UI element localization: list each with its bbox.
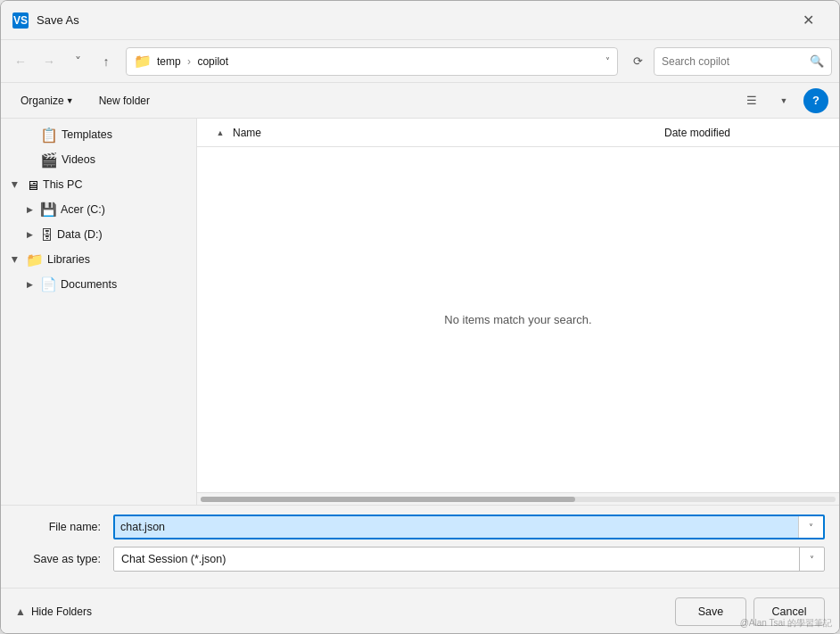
- save-as-type-dropdown-icon[interactable]: ˅: [799, 548, 824, 571]
- organize-dropdown-icon: ▼: [66, 96, 74, 105]
- organize-button[interactable]: Organize ▼: [12, 88, 83, 113]
- address-chevron-icon[interactable]: ˅: [605, 56, 610, 66]
- col-name-header[interactable]: Name: [229, 127, 664, 139]
- new-folder-button[interactable]: New folder: [90, 88, 159, 113]
- sidebar-item-this-pc[interactable]: ▶ 🖥 This PC: [1, 172, 196, 197]
- svg-text:VS: VS: [13, 14, 28, 27]
- search-icon: 🔍: [810, 54, 824, 68]
- up-button[interactable]: ↑: [94, 49, 119, 74]
- file-name-input-wrap: ˅: [113, 515, 825, 539]
- videos-icon: 🎬: [40, 152, 58, 169]
- acer-c-icon: 💾: [40, 202, 57, 218]
- sidebar-item-data-d[interactable]: ▶ 🗄 Data (D:): [1, 222, 196, 247]
- address-part-copilot: copilot: [197, 55, 228, 68]
- sidebar-item-libraries[interactable]: ▶ 📁 Libraries: [1, 247, 196, 272]
- this-pc-icon: 🖥: [26, 177, 39, 193]
- footer-row: ▲ Hide Folders Save Cancel: [1, 588, 839, 633]
- data-d-chevron-icon: ▶: [22, 227, 37, 242]
- sort-up-icon[interactable]: ▲: [211, 124, 229, 142]
- search-input[interactable]: [662, 55, 804, 68]
- hide-folders-button[interactable]: ▲ Hide Folders: [15, 605, 668, 618]
- col-date-header[interactable]: Date modified: [664, 127, 825, 139]
- save-button[interactable]: Save: [675, 597, 746, 626]
- data-d-icon: 🗄: [40, 227, 54, 243]
- help-button[interactable]: ?: [803, 88, 828, 113]
- forward-button[interactable]: →: [37, 49, 62, 74]
- file-name-input[interactable]: [115, 516, 798, 538]
- main-area: ▶ 📋 Templates ▶ 🎬 Videos ▶ 🖥 This PC ▶ 💾…: [1, 119, 839, 505]
- acer-c-label: Acer (C:): [61, 203, 105, 216]
- cancel-button[interactable]: Cancel: [754, 597, 825, 626]
- view-icon: ☰: [746, 94, 757, 107]
- refresh-button[interactable]: ⟳: [625, 49, 650, 74]
- view-dropdown-button[interactable]: ▼: [771, 88, 796, 113]
- address-part-temp: temp: [157, 55, 181, 68]
- save-as-type-value: Chat Session (*.json): [114, 553, 799, 565]
- acer-c-chevron-icon: ▶: [22, 202, 37, 217]
- documents-label: Documents: [61, 278, 117, 291]
- address-folder-icon: 📁: [134, 53, 152, 70]
- search-bar[interactable]: 🔍: [654, 47, 832, 76]
- content-area: ▲ Name Date modified No items match your…: [197, 119, 839, 505]
- sidebar-item-acer-c[interactable]: ▶ 💾 Acer (C:): [1, 197, 196, 222]
- file-name-label: File name:: [15, 521, 104, 533]
- templates-icon: 📋: [40, 127, 58, 144]
- hide-folders-label: Hide Folders: [31, 605, 92, 618]
- close-button[interactable]: ✕: [787, 6, 828, 35]
- sidebar: ▶ 📋 Templates ▶ 🎬 Videos ▶ 🖥 This PC ▶ 💾…: [1, 119, 197, 505]
- scrollbar-thumb[interactable]: [201, 497, 575, 502]
- libraries-label: Libraries: [47, 253, 90, 266]
- libraries-icon: 📁: [26, 251, 44, 268]
- navigation-bar: ← → ˅ ↑ 📁 temp › copilot ˅ ⟳ 🔍: [1, 40, 839, 83]
- new-folder-label: New folder: [99, 95, 150, 107]
- save-as-type-label: Save as type:: [15, 553, 104, 565]
- save-as-type-row: Save as type: Chat Session (*.json) ˅: [15, 547, 825, 572]
- sidebar-item-documents[interactable]: ▶ 📄 Documents: [1, 272, 196, 297]
- view-options-button[interactable]: ☰: [739, 88, 764, 113]
- scrollbar-track[interactable]: [201, 497, 836, 502]
- content-header: ▲ Name Date modified: [197, 119, 839, 147]
- back-button[interactable]: ←: [8, 49, 33, 74]
- address-bar[interactable]: 📁 temp › copilot ˅: [126, 47, 618, 76]
- this-pc-label: This PC: [43, 178, 82, 191]
- this-pc-chevron-icon: ▶: [8, 177, 22, 192]
- file-name-row: File name: ˅: [15, 515, 825, 539]
- sidebar-item-templates[interactable]: ▶ 📋 Templates: [1, 122, 196, 147]
- app-icon: VS: [12, 12, 29, 29]
- hide-folders-icon: ▲: [15, 605, 26, 618]
- organize-label: Organize: [21, 95, 64, 107]
- dialog-title: Save As: [37, 13, 787, 27]
- save-as-dialog: VS Save As ✕ ← → ˅ ↑ 📁 temp › copilot ˅ …: [0, 0, 840, 634]
- documents-chevron-icon: ▶: [22, 277, 37, 292]
- title-bar: VS Save As ✕: [1, 1, 839, 40]
- documents-icon: 📄: [40, 276, 57, 292]
- empty-message: No items match your search.: [444, 313, 591, 326]
- address-text: temp › copilot: [157, 55, 600, 68]
- toolbar: Organize ▼ New folder ☰ ▼ ?: [1, 83, 839, 119]
- data-d-label: Data (D:): [57, 228, 103, 241]
- save-as-type-select[interactable]: Chat Session (*.json) ˅: [113, 547, 825, 572]
- address-separator: ›: [187, 55, 191, 68]
- horizontal-scrollbar[interactable]: [197, 492, 839, 505]
- bottom-area: File name: ˅ Save as type: Chat Session …: [1, 505, 839, 588]
- file-name-dropdown-button[interactable]: ˅: [798, 516, 823, 538]
- libraries-chevron-icon: ▶: [8, 252, 22, 267]
- videos-label: Videos: [62, 153, 95, 166]
- history-dropdown-button[interactable]: ˅: [65, 49, 90, 74]
- help-icon: ?: [812, 94, 819, 107]
- templates-label: Templates: [62, 128, 112, 141]
- content-body: No items match your search.: [197, 147, 839, 492]
- sidebar-item-videos[interactable]: ▶ 🎬 Videos: [1, 147, 196, 172]
